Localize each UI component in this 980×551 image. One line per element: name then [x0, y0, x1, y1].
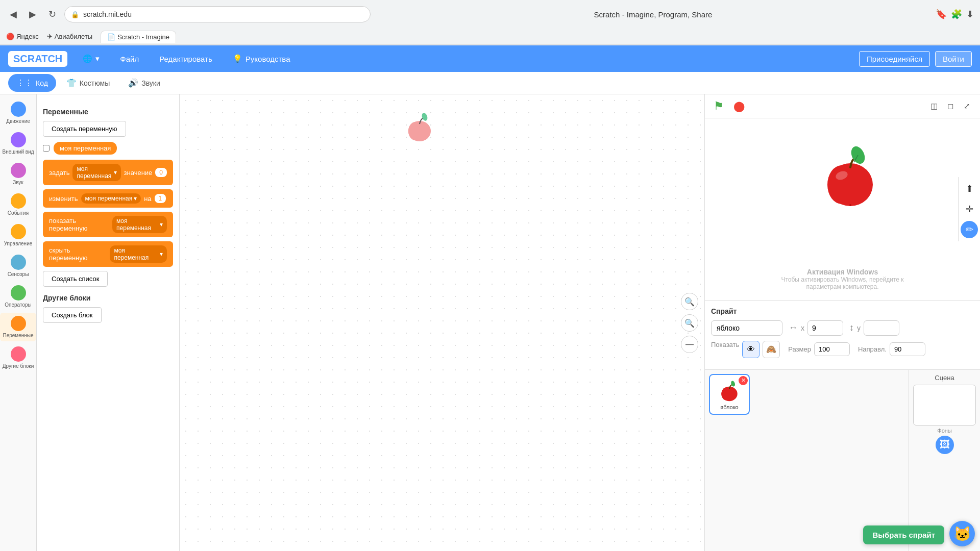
workspace-sprite-apple[interactable]	[404, 110, 435, 147]
windows-activate-watermark: Активация Windows Чтобы активировать Win…	[774, 268, 912, 290]
browser-actions: 🔖 🧩 ⬇	[936, 9, 974, 20]
cat-control[interactable]: Управление	[0, 221, 36, 249]
scratch-app: SCRATCH 🌐 ▾ Файл Редактировать 💡 Руковод…	[0, 45, 980, 551]
create-block-button[interactable]: Создать блок	[43, 307, 102, 323]
fullscreen-button[interactable]: ⤢	[960, 99, 974, 113]
normal-stage-button[interactable]: ◻	[943, 99, 958, 113]
nav-edit[interactable]: Редактировать	[154, 52, 217, 66]
variables-section-title: Переменные	[43, 108, 173, 116]
cat-events[interactable]: События	[0, 190, 36, 219]
active-tab[interactable]: 📄 Scratch - Imagine	[101, 31, 176, 43]
delete-sprite-button[interactable]: ✕	[739, 376, 748, 385]
var-pill[interactable]: моя переменная	[54, 142, 117, 155]
upload-sprite-button[interactable]: ⬆	[961, 180, 978, 197]
green-flag-button[interactable]: ⚑	[711, 98, 726, 114]
stage-canvas: Активация Windows Чтобы активировать Win…	[705, 118, 980, 300]
lock-icon: 🔒	[71, 11, 79, 18]
nav-globe[interactable]: 🌐 ▾	[78, 51, 105, 66]
url-text: scratch.mit.edu	[83, 10, 132, 18]
add-background-button[interactable]: 🖼	[936, 436, 954, 454]
sprite-thumb-apple[interactable]: ✕ яблоко	[709, 374, 750, 415]
back-button[interactable]: ◀	[6, 7, 20, 21]
set-var-dropdown[interactable]: моя переменная ▾	[72, 164, 120, 181]
hide-variable-block[interactable]: скрыть переменную моя переменная ▾	[43, 241, 173, 267]
cat-my-blocks[interactable]: Другие блоки	[0, 343, 36, 372]
sprite-list: ✕ яблоко	[705, 370, 909, 552]
svg-point-9	[721, 387, 731, 400]
join-button[interactable]: Присоединяйся	[859, 51, 930, 67]
fit-button[interactable]: —	[681, 336, 698, 353]
direction-input[interactable]	[890, 342, 925, 356]
right-panel: ⚑ ⬤ ◫ ◻ ⤢	[704, 94, 980, 551]
tab-sound[interactable]: 🔊 Звуки	[120, 74, 168, 92]
costume-tab-icon: 👕	[66, 78, 77, 88]
cat-variables[interactable]: Переменные	[0, 313, 36, 341]
sprite-name-input[interactable]	[711, 320, 782, 336]
show-sprite-button[interactable]: 👁	[742, 341, 760, 358]
browser-chrome: ◀ ▶ ↻ 🔒 scratch.mit.edu Scratch - Imagin…	[0, 0, 980, 45]
change-variable-block[interactable]: изменить моя переменная ▾ на 1	[43, 189, 173, 208]
categories-panel: Движение Внешний вид Звук События Управл…	[0, 94, 37, 551]
set-variable-block[interactable]: задать моя переменная ▾ значение 0	[43, 160, 173, 185]
stop-button[interactable]: ⬤	[731, 98, 747, 114]
workspace[interactable]: 🔍 🔍 —	[180, 94, 704, 551]
address-bar[interactable]: 🔒 scratch.mit.edu	[64, 6, 371, 22]
forward-button[interactable]: ▶	[26, 7, 40, 21]
add-sprite-button[interactable]: 🐱	[949, 521, 975, 546]
x-coord-input[interactable]	[807, 320, 843, 336]
cat-operators[interactable]: Операторы	[0, 282, 36, 311]
sprite-info-header: Спрайт	[711, 307, 974, 315]
refresh-button[interactable]: ↻	[45, 7, 59, 21]
editor-main: Движение Внешний вид Звук События Управл…	[0, 94, 980, 551]
change-var-dropdown[interactable]: моя переменная ▾	[81, 193, 141, 204]
show-variable-block[interactable]: показать переменную моя переменная ▾	[43, 212, 173, 237]
zoom-out-button[interactable]: 🔍	[681, 314, 698, 332]
small-stage-button[interactable]: ◫	[927, 99, 941, 113]
scratch-logo[interactable]: SCRATCH	[8, 51, 67, 67]
backgrounds-label: Фоны	[937, 428, 951, 434]
cat-sound[interactable]: Звук	[0, 160, 36, 188]
bookmark-yandex[interactable]: 🔴 Яндекс	[6, 33, 39, 40]
show-var-dropdown[interactable]: моя переменная ▾	[112, 216, 167, 233]
cat-sensing[interactable]: Сенсоры	[0, 252, 36, 280]
code-tab-icon: ⋮⋮	[16, 78, 33, 88]
nav-auth: Присоединяйся Войти	[859, 51, 972, 67]
variable-checkbox-row: моя переменная	[43, 142, 173, 155]
cat-motion[interactable]: Движение	[0, 98, 36, 127]
extensions-button[interactable]: 🧩	[951, 9, 962, 20]
browser-toolbar: ◀ ▶ ↻ 🔒 scratch.mit.edu Scratch - Imagin…	[0, 0, 980, 29]
globe-chevron: ▾	[95, 54, 100, 63]
login-button[interactable]: Войти	[935, 51, 972, 67]
yandex-icon: 🔴	[6, 33, 14, 40]
hide-var-dropdown[interactable]: моя переменная ▾	[110, 245, 167, 263]
sprite-info-panel: Спрайт ↔ x ↕ y	[705, 300, 980, 369]
sprite-info-name-row: ↔ x ↕ y	[711, 320, 974, 336]
draw-button[interactable]: ✏	[961, 221, 978, 238]
create-list-button[interactable]: Создать список	[43, 271, 108, 287]
tab-costume[interactable]: 👕 Костюмы	[58, 74, 118, 92]
scene-thumbnail[interactable]	[913, 385, 976, 425]
add-sprite-icon: 🐱	[953, 525, 971, 542]
y-coord-input[interactable]	[864, 320, 899, 336]
zoom-in-button[interactable]: 🔍	[681, 293, 698, 310]
move-button[interactable]: ✛	[961, 201, 978, 218]
tab-code[interactable]: ⋮⋮ Код	[8, 74, 56, 92]
nav-file[interactable]: Файл	[115, 52, 144, 66]
other-blocks-title: Другие блоки	[43, 294, 173, 302]
nav-tutorials[interactable]: 💡 Руководства	[228, 51, 296, 66]
size-input[interactable]	[814, 342, 850, 356]
cat-looks[interactable]: Внешний вид	[0, 129, 36, 158]
bookmark-flights[interactable]: ✈ Авиабилеты	[47, 33, 92, 40]
create-variable-button[interactable]: Создать переменную	[43, 121, 126, 137]
tutorials-icon: 💡	[233, 54, 242, 63]
flights-icon: ✈	[47, 33, 53, 40]
choose-sprite-tooltip: Выбрать спрайт	[863, 525, 944, 544]
download-button[interactable]: ⬇	[966, 9, 974, 20]
tab-icon: 📄	[107, 33, 115, 41]
bookmark-icon: 🔖	[936, 9, 947, 20]
x-coord-group: ↔ x	[789, 320, 843, 336]
sound-tab-icon: 🔊	[128, 78, 138, 88]
globe-icon: 🌐	[83, 54, 92, 63]
var-checkbox[interactable]	[43, 145, 50, 152]
hide-sprite-button[interactable]: 🙈	[763, 341, 780, 358]
